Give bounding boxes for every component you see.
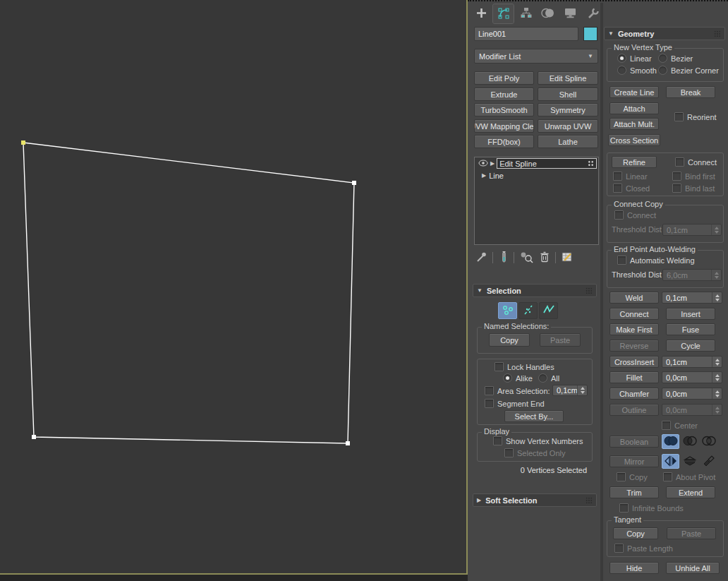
edit-poly-button[interactable]: Edit Poly xyxy=(474,71,534,85)
remove-modifier-trash-icon[interactable] xyxy=(539,251,550,265)
mirror-vertical-button[interactable] xyxy=(681,454,698,469)
spline-vertex-handle[interactable] xyxy=(352,181,356,185)
tab-motion[interactable] xyxy=(538,4,558,23)
spinner-arrows[interactable] xyxy=(712,405,722,415)
spinner-arrows[interactable] xyxy=(711,224,721,235)
segment-subobject-button[interactable] xyxy=(518,302,538,319)
weld-spinner[interactable]: 0,1cm xyxy=(662,292,722,304)
pin-stack-icon[interactable] xyxy=(475,251,487,265)
tab-utilities[interactable] xyxy=(583,4,603,23)
visibility-eye-icon[interactable] xyxy=(478,160,488,168)
extrude-button[interactable]: Extrude xyxy=(474,88,534,101)
attach-mult-button[interactable]: Attach Mult. xyxy=(609,118,659,130)
break-button[interactable]: Break xyxy=(666,86,715,98)
weld-button[interactable]: Weld xyxy=(609,292,659,304)
spinner-arrows[interactable] xyxy=(712,357,722,367)
cross-insert-spinner[interactable]: 0,1cm xyxy=(662,356,722,368)
select-by-button[interactable]: Select By... xyxy=(504,410,564,422)
object-name-input[interactable]: Line001 xyxy=(474,27,578,41)
spline-first-vertex-handle[interactable] xyxy=(21,140,25,145)
connect-copy-connect-checkbox[interactable] xyxy=(614,210,624,220)
spinner-arrows[interactable] xyxy=(577,385,587,395)
center-checkbox[interactable] xyxy=(662,421,671,430)
spline-vertex-handle[interactable] xyxy=(346,441,350,445)
mirror-button[interactable]: Mirror xyxy=(609,455,659,467)
expand-arrow-icon[interactable]: ▶ xyxy=(490,160,495,167)
cross-insert-button[interactable]: CrossInsert xyxy=(609,356,659,368)
vertex-subobject-button[interactable] xyxy=(498,302,517,319)
unhide-all-button[interactable]: Unhide All xyxy=(666,562,720,574)
bind-first-checkbox[interactable] xyxy=(672,172,681,181)
bind-last-checkbox[interactable] xyxy=(672,184,681,193)
turbosmooth-button[interactable]: TurboSmooth xyxy=(474,103,534,116)
chamfer-button[interactable]: Chamfer xyxy=(609,388,659,400)
segment-end-checkbox[interactable] xyxy=(485,399,494,408)
paste-length-checkbox[interactable] xyxy=(614,544,624,553)
expand-arrow-icon[interactable]: ▶ xyxy=(482,172,486,179)
chamfer-spinner[interactable]: 0,0cm xyxy=(662,388,722,400)
create-line-button[interactable]: Create Line xyxy=(609,86,659,98)
bezier-radio[interactable] xyxy=(658,54,667,63)
boolean-intersection-button[interactable] xyxy=(700,434,717,449)
about-pivot-checkbox[interactable] xyxy=(663,472,672,481)
tab-display[interactable] xyxy=(560,4,581,23)
lock-handles-checkbox[interactable] xyxy=(495,362,504,371)
area-selection-spinner[interactable]: 0,1cm xyxy=(552,385,588,396)
shell-button[interactable]: Shell xyxy=(538,88,598,101)
ffd-box-button[interactable]: FFD(box) xyxy=(474,135,534,148)
closed-checkbox[interactable] xyxy=(613,184,622,193)
boolean-union-button[interactable] xyxy=(662,434,679,449)
outline-spinner[interactable]: 0,0cm xyxy=(662,404,722,416)
spline-subobject-button[interactable] xyxy=(539,302,558,319)
reorient-checkbox[interactable] xyxy=(674,112,684,121)
lathe-button[interactable]: Lathe xyxy=(538,135,598,148)
auto-weld-threshold-spinner[interactable]: 6,0cm xyxy=(662,269,722,281)
fillet-button[interactable]: Fillet xyxy=(609,371,659,383)
boolean-subtraction-button[interactable] xyxy=(681,434,698,449)
insert-button[interactable]: Insert xyxy=(666,308,715,320)
spinner-arrows[interactable] xyxy=(712,388,722,399)
all-radio[interactable] xyxy=(538,373,547,383)
cycle-button[interactable]: Cycle xyxy=(666,340,715,352)
tangent-paste-button[interactable]: Paste xyxy=(667,527,716,539)
symmetry-button[interactable]: Symmetry xyxy=(538,103,598,116)
infinite-bounds-checkbox[interactable] xyxy=(619,503,629,513)
trim-button[interactable]: Trim xyxy=(609,486,659,498)
outline-button[interactable]: Outline xyxy=(609,404,659,416)
mirror-copy-checkbox[interactable] xyxy=(617,472,626,481)
attach-button[interactable]: Attach xyxy=(609,102,659,114)
connect-copy-threshold-spinner[interactable]: 0,1cm xyxy=(662,224,722,236)
linear-radio[interactable] xyxy=(617,54,626,63)
named-selection-paste-button[interactable]: Paste xyxy=(540,333,581,347)
linear-checkbox[interactable] xyxy=(613,172,622,181)
extend-button[interactable]: Extend xyxy=(666,486,715,498)
selection-rollout-header[interactable]: ▼ Selection xyxy=(473,284,597,297)
smooth-radio[interactable] xyxy=(617,66,626,75)
modifier-list-dropdown[interactable]: Modifier List ▼ xyxy=(474,49,598,64)
modifier-dots-icon[interactable] xyxy=(588,160,594,167)
uvw-mapping-clear-button[interactable]: UVW Mapping Clea xyxy=(474,119,534,133)
unwrap-uvw-button[interactable]: Unwrap UVW xyxy=(538,119,598,133)
reverse-button[interactable]: Reverse xyxy=(609,340,659,352)
show-vertex-numbers-checkbox[interactable] xyxy=(493,436,502,445)
automatic-welding-checkbox[interactable] xyxy=(617,256,626,265)
object-color-swatch[interactable] xyxy=(583,27,597,41)
connect-button[interactable]: Connect xyxy=(609,308,659,320)
refine-button[interactable]: Refine xyxy=(612,156,657,168)
configure-modifier-sets-icon[interactable] xyxy=(561,251,574,265)
area-selection-checkbox[interactable] xyxy=(485,386,494,395)
spinner-arrows[interactable] xyxy=(712,292,722,303)
mirror-horizontal-button[interactable] xyxy=(662,454,679,469)
selected-only-checkbox[interactable] xyxy=(504,448,514,457)
geometry-rollout-header[interactable]: ▼ Geometry xyxy=(604,27,725,40)
spinner-arrows[interactable] xyxy=(711,270,721,280)
soft-selection-rollout-header[interactable]: ▶ Soft Selection xyxy=(473,493,597,507)
alike-radio[interactable] xyxy=(503,373,512,383)
tab-create[interactable] xyxy=(471,4,492,23)
mirror-both-button[interactable] xyxy=(700,454,717,469)
boolean-button[interactable]: Boolean xyxy=(609,436,659,448)
spline-vertex-handle[interactable] xyxy=(32,435,36,439)
tangent-copy-button[interactable]: Copy xyxy=(613,527,658,539)
viewport[interactable] xyxy=(0,0,468,575)
tab-hierarchy[interactable] xyxy=(516,4,536,23)
